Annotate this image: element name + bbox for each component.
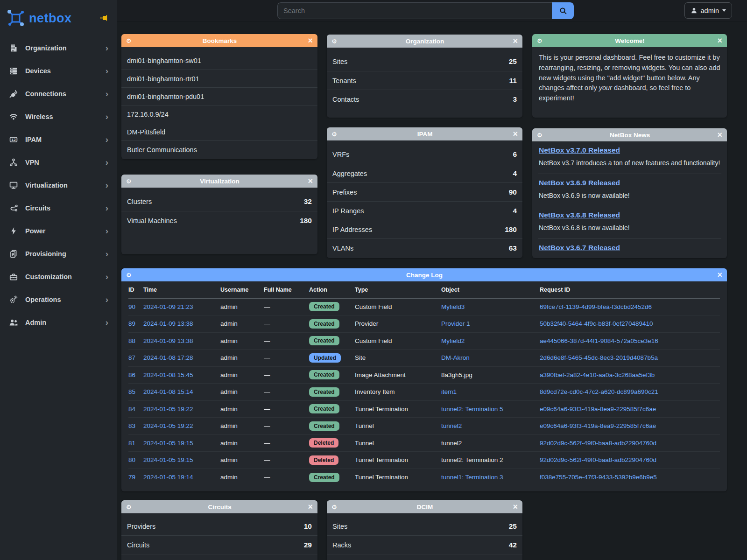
- change-time-link[interactable]: 2024-01-05 19:15: [143, 456, 193, 463]
- action-badge[interactable]: Created: [309, 336, 339, 345]
- action-badge[interactable]: Created: [309, 421, 339, 431]
- column-header[interactable]: Time: [143, 281, 220, 298]
- stat-label[interactable]: Virtual Machines: [127, 217, 177, 224]
- action-badge[interactable]: Created: [309, 404, 339, 413]
- request-id-link[interactable]: 69fce7cf-1139-4d99-bfea-f3dcbd2452d6: [540, 303, 652, 310]
- close-icon[interactable]: ×: [717, 36, 722, 45]
- close-icon[interactable]: ×: [308, 36, 313, 45]
- news-link[interactable]: NetBox v3.6.9 Released: [539, 179, 620, 187]
- change-time-link[interactable]: 2024-01-05 19:22: [143, 422, 193, 429]
- change-id-link[interactable]: 80: [128, 456, 135, 463]
- gear-icon[interactable]: ⚙: [537, 37, 543, 44]
- change-id-link[interactable]: 81: [128, 440, 135, 447]
- object-link[interactable]: DM-Akron: [441, 354, 470, 361]
- bookmark-link[interactable]: 172.16.0.9/24: [127, 111, 169, 118]
- bookmark-item[interactable]: 172.16.0.9/24: [121, 105, 317, 123]
- stat-label[interactable]: Racks: [332, 541, 351, 549]
- object-link[interactable]: Myfield2: [441, 337, 465, 344]
- object-link[interactable]: tunnel2: [441, 422, 462, 429]
- change-time-link[interactable]: 2024-01-08 17:28: [143, 354, 193, 361]
- stat-label[interactable]: Providers: [127, 523, 155, 530]
- action-badge[interactable]: Created: [309, 370, 339, 379]
- news-link[interactable]: NetBox v3.7.0 Released: [539, 146, 620, 154]
- bookmark-link[interactable]: dmi01-binghamton-sw01: [127, 57, 201, 64]
- sidebar-item-admin[interactable]: Admin ›: [0, 311, 117, 334]
- request-id-link[interactable]: ae445066-387d-44f1-9084-572a05ce3e16: [540, 337, 658, 344]
- change-id-link[interactable]: 90: [128, 303, 135, 310]
- stat-label[interactable]: IP Addresses: [332, 226, 372, 233]
- action-badge[interactable]: Updated: [309, 353, 341, 363]
- gear-icon[interactable]: ⚙: [126, 504, 132, 511]
- change-id-link[interactable]: 83: [128, 422, 135, 429]
- object-link[interactable]: Myfield3: [441, 303, 465, 310]
- column-header[interactable]: Action: [309, 281, 355, 298]
- stat-label[interactable]: IP Ranges: [332, 207, 364, 215]
- sidebar-item-virtualization[interactable]: Virtualization ›: [0, 174, 117, 196]
- sidebar-item-organization[interactable]: Organization ›: [0, 36, 117, 59]
- request-id-link[interactable]: 8d9cd72e-cd0c-47c2-a620-dc899a690c21: [540, 388, 658, 395]
- sidebar-item-vpn[interactable]: VPN ›: [0, 151, 117, 174]
- bookmark-link[interactable]: dmi01-binghamton-pdu01: [127, 93, 204, 100]
- request-id-link[interactable]: 92d02d9c-562f-49f0-baa8-adb22904760d: [540, 440, 656, 447]
- news-link[interactable]: NetBox v3.6.8 Released: [539, 211, 620, 219]
- gear-icon[interactable]: ⚙: [126, 37, 132, 44]
- change-time-link[interactable]: 2024-01-05 19:15: [143, 440, 193, 447]
- user-menu-button[interactable]: admin: [684, 2, 733, 19]
- action-badge[interactable]: Created: [309, 319, 339, 329]
- gear-icon[interactable]: ⚙: [537, 132, 543, 139]
- bookmark-item[interactable]: DM-Pittsfield: [121, 123, 317, 140]
- bookmark-link[interactable]: DM-Pittsfield: [127, 128, 165, 136]
- change-time-link[interactable]: 2024-01-05 19:14: [143, 474, 193, 481]
- column-header[interactable]: Request ID: [540, 281, 720, 298]
- close-icon[interactable]: ×: [308, 177, 313, 185]
- gear-icon[interactable]: ⚙: [331, 504, 337, 511]
- change-id-link[interactable]: 88: [128, 337, 135, 344]
- gear-icon[interactable]: ⚙: [126, 178, 132, 185]
- request-id-link[interactable]: 92d02d9c-562f-49f0-baa8-adb22904760d: [540, 456, 656, 463]
- stat-label[interactable]: Tenants: [332, 77, 356, 84]
- gear-icon[interactable]: ⚙: [331, 38, 337, 45]
- stat-label[interactable]: Aggregates: [332, 170, 367, 177]
- stat-label[interactable]: Clusters: [127, 198, 152, 205]
- action-badge[interactable]: Created: [309, 473, 339, 482]
- stat-label[interactable]: Circuits: [127, 541, 149, 549]
- change-id-link[interactable]: 89: [128, 320, 135, 327]
- action-badge[interactable]: Deleted: [309, 455, 338, 465]
- bookmark-item[interactable]: dmi01-binghamton-rtr01: [121, 70, 317, 87]
- close-icon[interactable]: ×: [513, 503, 518, 511]
- pin-sidebar-icon[interactable]: [99, 14, 108, 22]
- sidebar-item-ipam[interactable]: 12 IPAM ›: [0, 128, 117, 151]
- request-id-link[interactable]: 2d6d6e8f-5465-45dc-8ec3-2019d4087b5a: [540, 354, 658, 361]
- bookmark-item[interactable]: dmi01-binghamton-sw01: [121, 52, 317, 70]
- column-header[interactable]: Username: [220, 281, 264, 298]
- news-link[interactable]: NetBox v3.6.7 Released: [539, 244, 620, 252]
- request-id-link[interactable]: 50b32f40-5464-4f9c-b83f-0ef270489410: [540, 320, 653, 327]
- stat-label[interactable]: Sites: [332, 523, 347, 530]
- stat-label[interactable]: Prefixes: [332, 189, 357, 196]
- change-time-link[interactable]: 2024-01-09 13:38: [143, 320, 193, 327]
- change-id-link[interactable]: 84: [128, 406, 135, 413]
- sidebar-item-wireless[interactable]: Wireless ›: [0, 105, 117, 128]
- change-time-link[interactable]: 2024-01-05 19:22: [143, 406, 193, 413]
- column-header[interactable]: Full Name: [264, 281, 309, 298]
- change-id-link[interactable]: 79: [128, 474, 135, 481]
- close-icon[interactable]: ×: [717, 131, 722, 139]
- bookmark-link[interactable]: dmi01-binghamton-rtr01: [127, 75, 199, 83]
- object-link[interactable]: item1: [441, 388, 457, 395]
- sidebar-item-operations[interactable]: Operations ›: [0, 288, 117, 311]
- sidebar-item-devices[interactable]: Devices ›: [0, 59, 117, 82]
- column-header[interactable]: Type: [355, 281, 441, 298]
- change-id-link[interactable]: 85: [128, 388, 135, 395]
- object-link[interactable]: tunnel1: Termination 3: [441, 474, 503, 481]
- stat-label[interactable]: VRFs: [332, 151, 349, 158]
- stat-label[interactable]: Contacts: [332, 96, 359, 103]
- action-badge[interactable]: Created: [309, 387, 339, 397]
- bookmark-item[interactable]: dmi01-binghamton-pdu01: [121, 87, 317, 105]
- sidebar-item-connections[interactable]: Connections ›: [0, 82, 117, 105]
- sidebar-item-provisioning[interactable]: Provisioning ›: [0, 242, 117, 265]
- action-badge[interactable]: Deleted: [309, 438, 338, 448]
- gear-icon[interactable]: ⚙: [331, 131, 337, 138]
- request-id-link[interactable]: e09c64a6-93f3-419a-8ea9-229585f7c6ae: [540, 406, 656, 413]
- search-button[interactable]: [552, 2, 574, 19]
- search-input[interactable]: [277, 2, 552, 19]
